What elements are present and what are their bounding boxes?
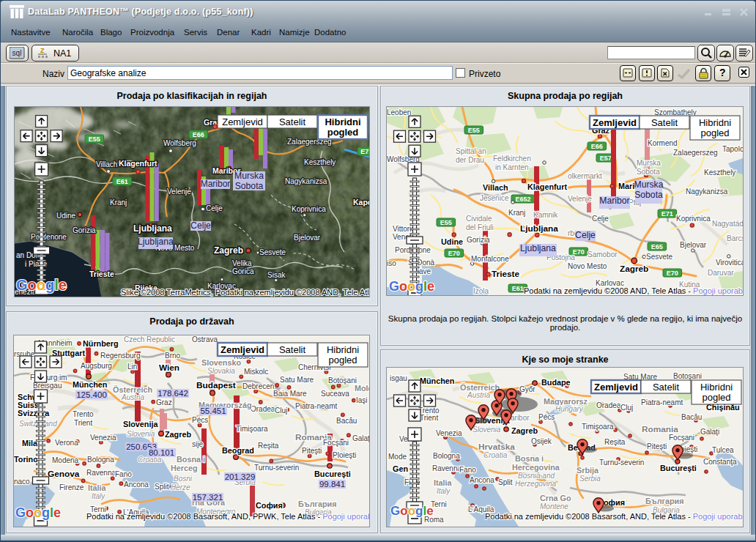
svg-text:Austria: Austria xyxy=(467,391,491,399)
svg-text:178.642: 178.642 xyxy=(158,389,188,398)
svg-text:Kamnik: Kamnik xyxy=(533,211,558,219)
svg-text:Regensburg: Regensburg xyxy=(100,352,140,360)
svg-text:Slovenija: Slovenija xyxy=(123,420,158,428)
svg-text:Kranj: Kranj xyxy=(508,209,525,217)
svg-text:Piteşti: Piteşti xyxy=(647,442,667,450)
svg-text:Hibridni: Hibridni xyxy=(700,382,733,393)
svg-text:Venezia: Venezia xyxy=(90,434,116,442)
svg-text:Botoşani: Botoşani xyxy=(328,376,357,385)
svg-text:Velika: Velika xyxy=(232,259,252,267)
svg-text:Google: Google xyxy=(15,505,61,520)
svg-text:Galaţi: Galaţi xyxy=(352,434,369,442)
svg-text:Barcs: Barcs xyxy=(727,234,743,242)
svg-text:in Karnten: in Karnten xyxy=(495,163,529,171)
svg-text:Monfalcone: Monfalcone xyxy=(471,255,509,263)
svg-text:125.400: 125.400 xyxy=(76,390,107,399)
svg-text:Osijek: Osijek xyxy=(531,437,552,445)
svg-text:Botoşani: Botoşani xyxy=(673,372,702,380)
svg-text:Samobor: Samobor xyxy=(588,250,618,259)
svg-text:Gorizia: Gorizia xyxy=(467,236,490,244)
svg-text:Trieste: Trieste xyxy=(492,269,519,279)
svg-text:Srbija: Srbija xyxy=(577,466,599,475)
svg-text:Iaşi: Iaşi xyxy=(356,396,368,404)
svg-text:Ljubljana: Ljubljana xyxy=(520,223,558,234)
svg-text:Murska: Murska xyxy=(234,171,264,181)
svg-text:Google: Google xyxy=(389,279,434,294)
svg-text:Sobota: Sobota xyxy=(235,181,264,191)
svg-text:Keszthely: Keszthely xyxy=(704,168,735,177)
svg-text:Bosna i: Bosna i xyxy=(177,455,205,464)
svg-text:Austria: Austria xyxy=(121,393,145,401)
svg-text:Zagreb: Zagreb xyxy=(511,426,538,435)
svg-text:Nagykanizsa: Nagykanizsa xyxy=(285,177,327,185)
svg-text:Italy: Italy xyxy=(437,487,451,495)
svg-text:E7: E7 xyxy=(360,148,368,155)
svg-text:Nürnberg: Nürnberg xyxy=(83,339,119,348)
svg-text:Ljubljana: Ljubljana xyxy=(133,223,172,234)
svg-text:Serbia: Serbia xyxy=(579,475,601,483)
svg-text:Hrvatska: Hrvatska xyxy=(478,442,515,452)
svg-text:Trento: Trento xyxy=(73,410,94,418)
svg-text:Pécs: Pécs xyxy=(538,413,555,421)
svg-text:Beograd: Beograd xyxy=(222,446,254,455)
svg-text:Mode: Mode xyxy=(388,453,407,461)
svg-text:Italia: Italia xyxy=(434,478,453,487)
svg-text:Podatki na zemljevidu ©2008 AN: Podatki na zemljevidu ©2008 AND, Tele At… xyxy=(524,286,743,295)
svg-text:Fano: Fano xyxy=(115,470,132,478)
svg-text:Keszthely: Keszthely xyxy=(304,158,336,166)
svg-text:Mila: Mila xyxy=(22,439,38,448)
svg-text:Google: Google xyxy=(390,504,434,518)
svg-text:Oradea: Oradea xyxy=(251,405,275,413)
svg-text:Turnu-severin: Turnu-severin xyxy=(254,464,299,472)
svg-text:E66: E66 xyxy=(591,143,603,150)
svg-text:Feldkirchen: Feldkirchen xyxy=(493,155,531,163)
svg-text:Tapolc: Tapolc xyxy=(722,145,743,153)
svg-text:aribor: aribor xyxy=(511,414,530,422)
svg-text:Trient: Trient xyxy=(74,419,92,427)
svg-text:Timişoara: Timişoara xyxy=(582,423,614,431)
svg-text:Mold: Mold xyxy=(355,384,369,393)
svg-text:Timişoara: Timişoara xyxy=(236,425,268,433)
svg-text:Debrecen: Debrecen xyxy=(242,382,274,390)
svg-text:Spittal an: Spittal an xyxy=(456,147,486,155)
svg-text:Trient: Trient xyxy=(420,414,438,422)
svg-text:Izola: Izola xyxy=(473,287,489,295)
svg-text:Klagenfurt: Klagenfurt xyxy=(119,159,158,168)
svg-text:Murska: Murska xyxy=(637,159,661,167)
svg-text:Hibridni: Hibridni xyxy=(699,117,731,128)
svg-text:E55: E55 xyxy=(468,127,480,134)
svg-text:Nagykanizsa: Nagykanizsa xyxy=(686,188,728,196)
svg-text:Kranj: Kranj xyxy=(110,198,127,207)
svg-text:Budape: Budape xyxy=(541,378,571,387)
svg-text:E55: E55 xyxy=(440,219,452,226)
svg-text:E57: E57 xyxy=(600,155,612,162)
svg-text:pogled: pogled xyxy=(327,127,359,138)
svg-text:Fano: Fano xyxy=(459,466,476,474)
svg-text:Lin: Lin xyxy=(127,363,137,371)
svg-text:Zagreb: Zagreb xyxy=(165,430,191,439)
svg-text:Sobota: Sobota xyxy=(634,190,663,200)
svg-text:Brno: Brno xyxy=(165,352,181,360)
svg-text:naco: naco xyxy=(14,478,30,486)
svg-text:Bjelovar: Bjelovar xyxy=(680,241,707,249)
svg-text:Győr: Győr xyxy=(519,385,536,393)
svg-text:Zemljevid: Zemljevid xyxy=(222,116,263,127)
svg-text:Hungary: Hungary xyxy=(555,405,584,413)
svg-text:Gen: Gen xyxy=(393,464,408,473)
svg-text:Koprivnica: Koprivnica xyxy=(292,205,326,213)
svg-text:Slovakia: Slovakia xyxy=(207,367,235,375)
svg-text:Cividale: Cividale xyxy=(466,215,492,223)
svg-text:Verona: Verona xyxy=(55,439,78,447)
svg-text:Ve: Ve xyxy=(399,435,408,443)
svg-text:Breisgau: Breisgau xyxy=(33,382,62,390)
svg-text:Trieste: Trieste xyxy=(89,270,114,278)
svg-text:Ancona: Ancona xyxy=(470,476,494,484)
svg-text:Satelit: Satelit xyxy=(653,382,680,393)
svg-text:E70: E70 xyxy=(667,270,678,277)
svg-text:Wien: Wien xyxy=(159,363,179,373)
svg-text:E652: E652 xyxy=(515,196,530,203)
svg-text:Ravenna: Ravenna xyxy=(86,469,116,477)
svg-text:Villach: Villach xyxy=(96,160,117,168)
svg-text:Italia: Italia xyxy=(88,483,107,492)
svg-text:Czech Republic: Czech Republic xyxy=(124,335,175,344)
